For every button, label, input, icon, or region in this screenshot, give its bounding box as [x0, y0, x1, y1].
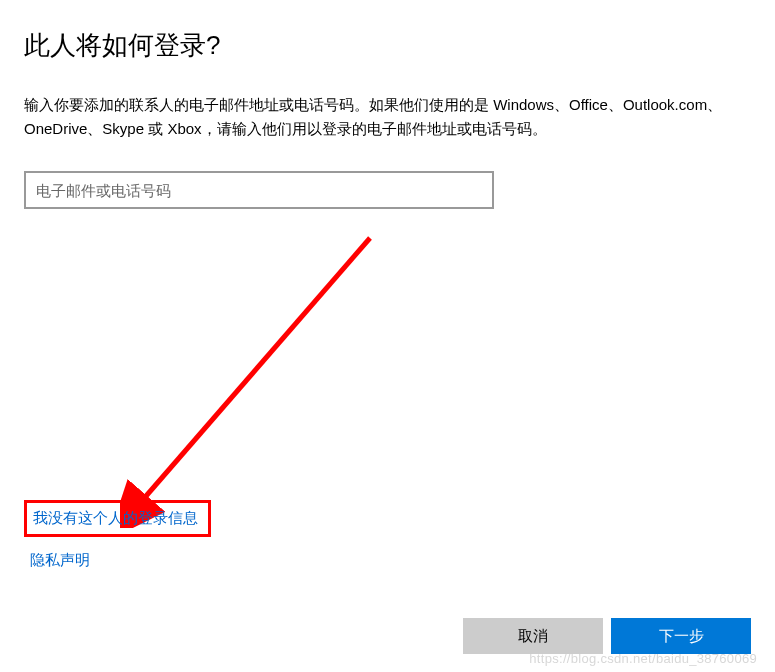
- highlight-box: 我没有这个人的登录信息: [24, 500, 211, 537]
- svg-line-1: [140, 238, 370, 503]
- cancel-button[interactable]: 取消: [463, 618, 603, 654]
- no-signin-info-link[interactable]: 我没有这个人的登录信息: [33, 509, 198, 526]
- button-bar: 取消 下一步: [463, 618, 751, 654]
- email-phone-input[interactable]: [24, 171, 494, 209]
- annotation-arrow: [120, 228, 400, 528]
- privacy-link[interactable]: 隐私声明: [30, 551, 211, 570]
- page-title: 此人将如何登录?: [24, 28, 751, 63]
- description-text: 输入你要添加的联系人的电子邮件地址或电话号码。如果他们使用的是 Windows、…: [24, 93, 744, 141]
- next-button[interactable]: 下一步: [611, 618, 751, 654]
